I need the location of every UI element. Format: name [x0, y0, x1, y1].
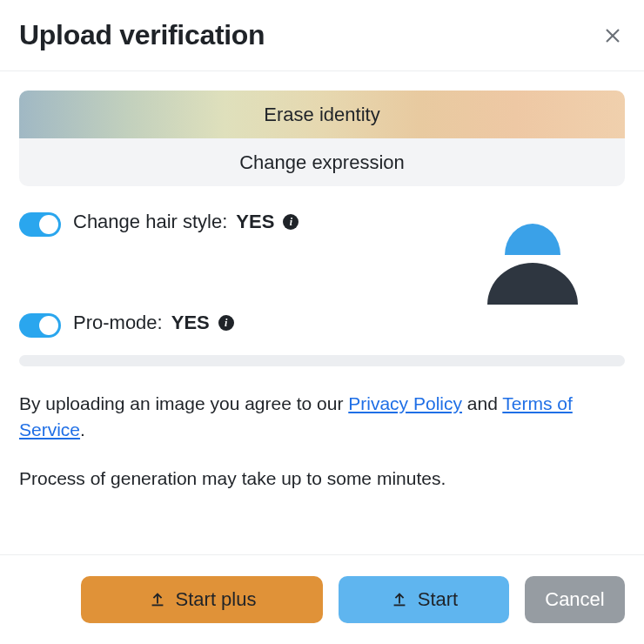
- avatar-preview: [480, 200, 585, 308]
- option-value: YES: [171, 312, 210, 334]
- toggle-knob: [39, 215, 58, 234]
- progress-bar: [19, 355, 625, 366]
- option-label-text: Change hair style:: [73, 211, 227, 233]
- info-icon[interactable]: i: [283, 214, 299, 230]
- toggle-pro-mode[interactable]: [19, 313, 61, 338]
- close-icon: [602, 25, 623, 46]
- toggle-knob: [39, 316, 58, 335]
- tab-label: Change expression: [239, 151, 405, 174]
- upload-icon: [148, 590, 167, 609]
- option-pro-mode: Pro-mode: YES i: [19, 312, 625, 338]
- info-icon[interactable]: i: [218, 315, 234, 331]
- option-change-hair: Change hair style: YES i: [19, 211, 625, 237]
- button-label: Cancel: [545, 588, 604, 611]
- mode-tabs: Erase identity Change expression: [19, 91, 625, 186]
- cancel-button[interactable]: Cancel: [525, 576, 625, 623]
- option-label: Pro-mode: YES i: [73, 312, 234, 334]
- upload-verification-dialog: Upload verification Erase identity Chang…: [0, 0, 644, 644]
- legal-text: By uploading an image you agree to our P…: [19, 391, 625, 444]
- tab-erase-identity[interactable]: Erase identity: [19, 91, 625, 138]
- button-label: Start: [418, 588, 458, 611]
- toggle-change-hair[interactable]: [19, 212, 61, 237]
- close-button[interactable]: [600, 23, 625, 48]
- legal-mid: and: [462, 393, 502, 413]
- dialog-title: Upload verification: [19, 19, 265, 51]
- option-label-text: Pro-mode:: [73, 312, 163, 334]
- tab-label: Erase identity: [264, 104, 379, 126]
- tab-change-expression[interactable]: Change expression: [19, 138, 625, 186]
- legal-prefix: By uploading an image you agree to our: [19, 393, 348, 413]
- start-button[interactable]: Start: [339, 576, 509, 623]
- generation-note: Process of generation may take up to som…: [19, 468, 625, 489]
- dialog-body: Erase identity Change expression Change …: [0, 71, 644, 554]
- dialog-footer: Start plus Start Cancel: [0, 554, 644, 644]
- legal-suffix: .: [80, 419, 85, 439]
- option-label: Change hair style: YES i: [73, 211, 299, 233]
- start-plus-button[interactable]: Start plus: [81, 576, 323, 623]
- avatar-icon: [480, 200, 585, 305]
- dialog-header: Upload verification: [0, 0, 644, 71]
- button-label: Start plus: [176, 588, 257, 611]
- option-value: YES: [236, 211, 274, 233]
- privacy-policy-link[interactable]: Privacy Policy: [348, 393, 462, 413]
- upload-icon: [390, 590, 409, 609]
